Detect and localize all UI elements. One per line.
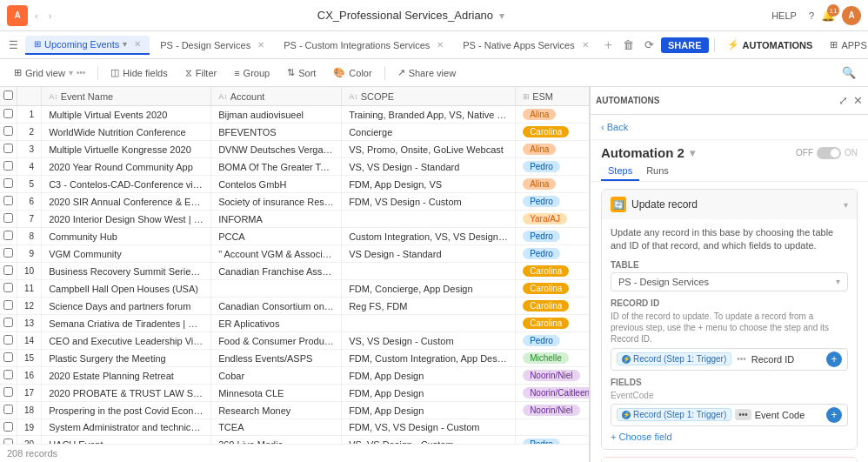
tab-custom-integrations[interactable]: PS - Custom Integrations Services ✕ [275,37,452,54]
row-checkbox[interactable] [3,265,13,275]
tab-close[interactable]: ✕ [582,40,589,50]
row-esm[interactable]: Alina [516,106,590,124]
nav-prev[interactable]: ‹ [35,10,38,21]
table-row[interactable]: 9VGM Community" Account VGM & Associates… [0,245,590,263]
row-esm[interactable]: Pedro [516,158,590,176]
table-row[interactable]: 162020 Estate Planning RetreatCobarFDM, … [0,367,590,385]
row-esm[interactable]: Carolina [516,263,590,280]
row-event-name[interactable]: 2020 Interior Design Show West | Informa… [42,211,211,228]
row-esm[interactable]: Noorin/Niel [516,367,590,385]
row-scope[interactable]: Training, Branded App, VS, Native Integr… [342,106,516,124]
expand-icon[interactable]: ⤢ [838,94,848,107]
row-scope[interactable]: Reg FS, FDM [342,298,516,315]
color-btn[interactable]: 🎨 Color [326,64,378,81]
row-scope[interactable]: FDM, App Design [342,367,516,385]
row-account[interactable]: Contelos GmbH [211,176,342,193]
row-account[interactable]: TCEA [211,419,342,436]
table-row[interactable]: 13Semana Criativa de Tiradentes | DIY | … [0,315,590,332]
trash-icon[interactable]: 🗑 [619,37,638,53]
select-all-checkbox[interactable] [3,90,13,100]
row-esm[interactable] [516,419,590,436]
row-event-name[interactable]: Community Hub [42,228,211,245]
row-esm[interactable]: Pedro [516,193,590,211]
tab-design-services[interactable]: PS - Design Services ✕ [151,37,273,54]
table-row[interactable]: 5C3 - Contelos-CAD-Conference virtuellCo… [0,176,590,193]
row-event-name[interactable]: C3 - Contelos-CAD-Conference virtuell [42,176,211,193]
row-checkbox[interactable] [3,126,13,136]
row-event-name[interactable]: Business Recovery Summit Series – Octobe… [42,263,211,280]
add-field-btn[interactable]: + [826,352,842,367]
filter-btn[interactable]: ⧖ Filter [178,64,224,81]
row-event-name[interactable]: Multiple Virtuelle Kongresse 2020 [42,141,211,158]
row-esm[interactable]: Noorin/Caitleen [516,385,590,402]
row-event-name[interactable]: System Administrator and technical suppo… [42,419,211,436]
row-scope[interactable]: FDM, VS, VS Design - Custom [342,419,516,436]
table-row[interactable]: 18Prospering in the post Covid Economy B… [0,402,590,419]
row-scope[interactable]: FDM, Concierge, App Design [342,280,516,298]
table-row[interactable]: 12Science Days and partners forumCanadia… [0,298,590,315]
hide-fields-btn[interactable]: ◫ Hide fields [103,64,174,81]
row-checkbox[interactable] [3,387,13,397]
row-scope[interactable] [342,263,516,280]
row-scope[interactable] [342,315,516,332]
automations-tab[interactable]: ⚡ AUTOMATIONS [720,39,820,50]
step-header[interactable]: 🔄 Update record ▾ [602,190,857,219]
table-row[interactable]: 8Community HubPCCACustom Integration, VS… [0,228,590,245]
row-event-name[interactable]: CEO and Executive Leadership Virtual Spe… [42,332,211,350]
table-row[interactable]: 3Multiple Virtuelle Kongresse 2020DVNW D… [0,141,590,158]
row-event-name[interactable]: Campbell Hall Open Houses (USA) [42,280,211,298]
row-scope[interactable]: FDM, App Design, VS [342,176,516,193]
tab-native-apps[interactable]: PS - Native Apps Services ✕ [454,37,597,54]
row-account[interactable]: BFEVENTOS [211,124,342,141]
steps-tab[interactable]: Steps [601,162,639,181]
row-esm[interactable]: Carolina [516,124,590,141]
row-esm[interactable]: Alina [516,176,590,193]
table-select[interactable]: PS - Design Services ▾ [611,272,848,291]
tab-close[interactable]: ✕ [437,40,444,50]
title-dropdown-icon[interactable]: ▾ [499,10,504,21]
back-link[interactable]: ‹ Back [601,122,628,132]
grid-view-more-icon[interactable]: ••• [77,68,86,77]
tab-upcoming-events[interactable]: ⊞ Upcoming Events ▾ ✕ [25,36,150,55]
row-esm[interactable]: Pedro [516,245,590,263]
row-esm[interactable]: Noorin/Niel [516,402,590,419]
table-row[interactable]: 42020 Year Round Community AppBOMA Of Th… [0,158,590,176]
row-account[interactable]: Research Money [211,402,342,419]
row-account[interactable]: Minnesota CLE [211,385,342,402]
tab-dropdown[interactable]: ▾ [123,39,127,49]
row-esm[interactable]: Alina [516,141,590,158]
table-row[interactable]: 10Business Recovery Summit Series – Octo… [0,263,590,280]
row-event-name[interactable]: 2020 Estate Planning Retreat [42,367,211,385]
row-scope[interactable]: VS, VS Design - Custom [342,332,516,350]
row-checkbox[interactable] [3,318,13,327]
table-row[interactable]: 2WorldWide Nutrition ConferenceBFEVENTOS… [0,124,590,141]
row-checkbox[interactable] [3,196,13,205]
row-checkbox[interactable] [3,231,13,240]
row-account[interactable]: Society of insurance Research [211,193,342,211]
row-account[interactable]: Food & Consumer Products Of Canada [211,332,342,350]
row-event-name[interactable]: Multiple Virtual Events 2020 [42,106,211,124]
row-event-name[interactable]: 2020 Year Round Community App [42,158,211,176]
row-event-name[interactable]: VGM Community [42,245,211,263]
row-esm[interactable]: Carolina [516,315,590,332]
row-checkbox[interactable] [3,161,13,171]
row-account[interactable]: " Account VGM & Associates, Ltd." [211,245,342,263]
row-account[interactable]: Endless Events/ASPS [211,350,342,367]
add-event-code-btn[interactable]: + [826,407,842,423]
row-checkbox[interactable] [3,109,13,118]
row-checkbox[interactable] [3,300,13,310]
sort-btn[interactable]: ⇅ Sort [280,64,323,81]
runs-tab[interactable]: Runs [639,162,676,181]
record-id-input-row[interactable]: ⚡ Record (Step 1: Trigger) ••• Record ID… [611,348,848,371]
row-account[interactable]: ER Aplicativos [211,315,342,332]
row-esm[interactable]: Michelle [516,350,590,367]
row-esm[interactable]: Pedro [516,228,590,245]
nav-next[interactable]: › [49,10,52,21]
row-checkbox[interactable] [3,144,13,153]
row-scope[interactable]: FDM, VS Design - Custom [342,193,516,211]
add-field-link[interactable]: + Choose field [611,426,848,442]
history-icon[interactable]: ⟳ [641,37,658,53]
table-row[interactable]: 172020 PROBATE & TRUST LAW SECTION CONFE… [0,385,590,402]
table-row[interactable]: 1Multiple Virtual Events 2020Bijman audi… [0,106,590,124]
row-account[interactable]: Canadian Consortium on Neurodegeneration… [211,298,342,315]
